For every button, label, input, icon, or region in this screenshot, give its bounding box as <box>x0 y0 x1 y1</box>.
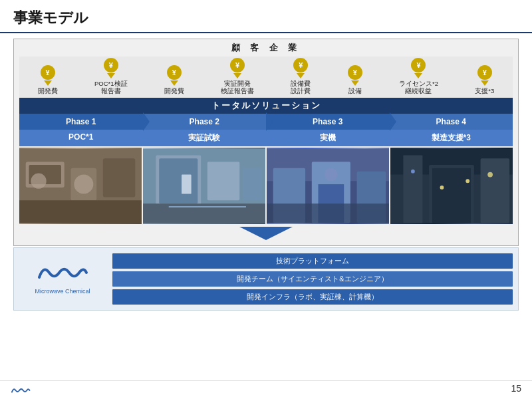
page-number: 15 <box>511 383 521 394</box>
platform-items: 技術プラットフォーム 開発チーム（サイエンティスト&エンジニア） 開発インフラ（… <box>112 253 513 305</box>
triangle-separator <box>19 227 513 240</box>
phase-3: Phase 3 <box>266 114 390 130</box>
fee-label: 支援*3 <box>475 87 494 94</box>
svg-rect-26 <box>403 155 422 223</box>
fee-label: 開発費 <box>38 87 58 94</box>
fee-item: ¥ 実証開発検証報告書 <box>221 58 254 95</box>
yen-arrow: ¥ <box>348 65 362 86</box>
fee-item: ¥ 開発費 <box>38 65 58 94</box>
phase-4: Phase 4 <box>390 114 513 130</box>
fee-item: ¥ 設備費設計費 <box>291 58 311 95</box>
photo-equipment <box>143 148 265 224</box>
svg-point-33 <box>411 170 415 174</box>
yen-circle: ¥ <box>41 65 55 80</box>
svg-rect-11 <box>207 162 239 200</box>
footer-logo <box>11 386 31 394</box>
svg-rect-28 <box>481 158 510 223</box>
platform-item-1: 技術プラットフォーム <box>112 253 513 269</box>
photo-lab <box>19 148 142 224</box>
phase-1: Phase 1 <box>19 114 143 130</box>
phase-desc-1: POC*1 <box>19 130 143 146</box>
fee-item: ¥ 設備 <box>348 65 362 94</box>
svg-rect-12 <box>243 168 262 200</box>
phase-desc-2: 実証試験 <box>143 130 267 146</box>
svg-rect-29 <box>432 168 471 223</box>
svg-point-30 <box>440 186 444 190</box>
bottom-section: Microwave Chemical 技術プラットフォーム 開発チーム（サイエン… <box>13 247 519 311</box>
fee-label: 開発費 <box>164 87 184 94</box>
fee-label: 設備 <box>348 87 362 94</box>
svg-rect-15 <box>182 174 192 194</box>
main-content: 顧 客 企 業 ¥ 開発費 ¥ POC*1検証報告書 <box>0 39 532 311</box>
triangle-down-icon <box>239 227 293 240</box>
svg-point-32 <box>487 172 493 177</box>
fee-label: POC*1検証報告書 <box>94 80 128 95</box>
arrow-down-icon <box>44 80 52 86</box>
arrow-down-icon <box>297 73 305 78</box>
yen-arrow: ¥ <box>411 58 426 78</box>
yen-circle: ¥ <box>230 58 245 72</box>
fee-item: ¥ 開発費 <box>164 65 184 94</box>
svg-point-7 <box>74 174 93 194</box>
phase-desc-bar: POC*1 実証試験 実機 製造支援*3 <box>19 130 513 146</box>
fee-label: 設備費設計費 <box>291 80 311 95</box>
photo-factory <box>390 148 513 224</box>
customer-label: 顧 客 企 業 <box>19 42 513 54</box>
yen-arrow: ¥ <box>104 58 118 78</box>
arrow-down-icon <box>170 80 178 86</box>
fee-item: ¥ POC*1検証報告書 <box>94 58 128 95</box>
footer <box>0 380 532 399</box>
photos-row <box>19 148 513 224</box>
fee-item: ¥ ライセンス*2継続収益 <box>399 58 438 95</box>
yen-arrow: ¥ <box>41 65 55 86</box>
arrow-down-icon <box>414 73 422 78</box>
platform-item-2: 開発チーム（サイエンティスト&エンジニア） <box>112 271 513 287</box>
fees-row: ¥ 開発費 ¥ POC*1検証報告書 ¥ <box>19 57 513 98</box>
phase-desc-3: 実機 <box>266 130 390 146</box>
svg-point-22 <box>325 168 337 181</box>
phase-2: Phase 2 <box>143 114 267 130</box>
yen-arrow: ¥ <box>293 58 308 78</box>
svg-rect-23 <box>267 203 389 223</box>
phase-desc-4: 製造支援*3 <box>390 130 513 146</box>
logo-wave <box>36 263 89 285</box>
page: 事業モデル 顧 客 企 業 ¥ 開発費 ¥ <box>0 0 532 399</box>
svg-rect-4 <box>103 158 135 197</box>
arrow-down-icon <box>351 80 359 86</box>
svg-point-6 <box>31 173 46 188</box>
svg-rect-5 <box>19 200 142 223</box>
yen-circle: ¥ <box>348 65 362 80</box>
photo-industrial <box>267 148 389 224</box>
yen-circle: ¥ <box>293 58 308 72</box>
yen-circle: ¥ <box>411 58 426 72</box>
svg-point-31 <box>466 179 469 183</box>
platform-item-3: 開発インフラ（ラボ、実証棟、計算機） <box>112 289 513 305</box>
arrow-down-icon <box>233 73 241 78</box>
fee-label: ライセンス*2継続収益 <box>399 80 438 95</box>
customer-section: 顧 客 企 業 ¥ 開発費 ¥ POC*1検証報告書 <box>13 39 519 246</box>
arrow-down-icon <box>481 80 489 86</box>
fee-item: ¥ 支援*3 <box>475 65 494 94</box>
yen-arrow: ¥ <box>477 65 492 86</box>
arrow-down-icon <box>107 73 115 78</box>
header: 事業モデル <box>0 0 532 33</box>
yen-arrow: ¥ <box>230 58 245 78</box>
page-title: 事業モデル <box>13 8 519 28</box>
phase-bar: Phase 1 Phase 2 Phase 3 Phase 4 <box>19 114 513 130</box>
fee-label: 実証開発検証報告書 <box>221 80 254 95</box>
logo-company-name: Microwave Chemical <box>35 288 90 295</box>
yen-circle: ¥ <box>477 65 492 80</box>
svg-rect-10 <box>159 158 198 203</box>
yen-circle: ¥ <box>167 65 182 80</box>
logo-area: Microwave Chemical <box>19 253 106 305</box>
yen-arrow: ¥ <box>167 65 182 86</box>
yen-circle: ¥ <box>104 58 118 72</box>
total-solutions-banner: トータルソリューション <box>19 98 513 114</box>
